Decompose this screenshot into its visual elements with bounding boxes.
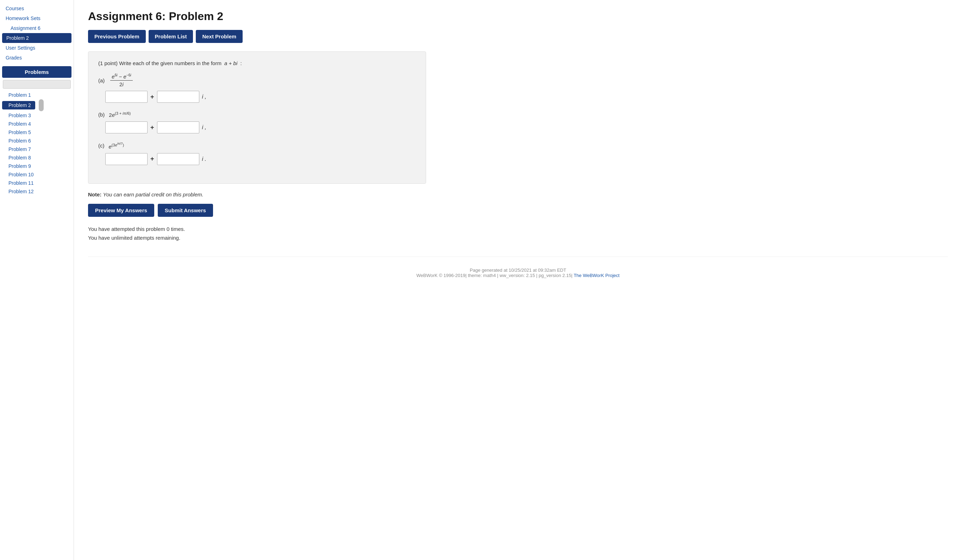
instruction-suffix: : <box>240 60 242 66</box>
part-b-math: 2e(3 + iπ/6) <box>109 111 131 118</box>
part-b-plus: + <box>150 124 154 131</box>
sidebar-user-settings-link[interactable]: User Settings <box>0 43 74 53</box>
part-a-label: (a) e6i − e−6i 2i <box>98 73 416 87</box>
sidebar-problem-7[interactable]: Problem 7 <box>0 145 74 153</box>
footer-line2: WeBWorK © 1996-2019| theme: math4 | ww_v… <box>88 273 948 278</box>
sidebar-problem-8[interactable]: Problem 8 <box>0 153 74 162</box>
problem-part-a: (a) e6i − e−6i 2i + i , <box>98 73 416 103</box>
sidebar-problem-1[interactable]: Problem 1 <box>0 91 37 99</box>
sidebar: Courses Homework Sets Assignment 6 Probl… <box>0 0 74 560</box>
note-italic: You can earn partial credit on this prob… <box>103 191 203 198</box>
sidebar-problem-4[interactable]: Problem 4 <box>0 120 74 128</box>
part-b-label: (b) 2e(3 + iπ/6) <box>98 111 416 118</box>
part-b-answer-row: + i , <box>105 121 416 134</box>
attempts-text: You have attempted this problem 0 times.… <box>88 225 948 243</box>
page-title: Assignment 6: Problem 2 <box>88 10 948 23</box>
part-c-answer-row: + i . <box>105 153 416 165</box>
nav-buttons: Previous Problem Problem List Next Probl… <box>88 30 948 43</box>
part-a-input-imag[interactable] <box>157 91 199 103</box>
sidebar-problem-6[interactable]: Problem 6 <box>0 137 74 145</box>
part-a-plus: + <box>150 93 154 101</box>
main-content: Assignment 6: Problem 2 Previous Problem… <box>74 0 962 560</box>
part-c-plus: + <box>150 155 154 163</box>
attempts-line2: You have unlimited attempts remaining. <box>88 233 948 243</box>
problems-section-header: Problems <box>2 66 71 78</box>
part-b-i: i , <box>202 124 207 130</box>
problem-instruction: (1 point) Write each of the given number… <box>98 60 416 66</box>
sidebar-assignment6-link[interactable]: Assignment 6 <box>0 23 74 33</box>
sidebar-problem-5[interactable]: Problem 5 <box>0 128 74 137</box>
submit-answers-button[interactable]: Submit Answers <box>158 204 213 217</box>
sidebar-problem-11[interactable]: Problem 11 <box>0 179 74 187</box>
instruction-form: a + bi <box>224 60 239 66</box>
sidebar-problem-9[interactable]: Problem 9 <box>0 162 74 171</box>
note-bold: Note: <box>88 191 102 198</box>
sidebar-problem-10[interactable]: Problem 10 <box>0 171 74 179</box>
problem-filter-input[interactable] <box>3 80 71 89</box>
footer: Page generated at 10/25/2021 at 09:32am … <box>88 257 948 282</box>
part-c-input-real[interactable] <box>105 153 147 165</box>
previous-problem-button[interactable]: Previous Problem <box>88 30 146 43</box>
problem-list-button[interactable]: Problem List <box>148 30 193 43</box>
preview-answers-button[interactable]: Preview My Answers <box>88 204 154 217</box>
action-buttons: Preview My Answers Submit Answers <box>88 204 948 217</box>
part-c-math: e(3eiπ/7) <box>109 142 124 150</box>
sidebar-grades-link[interactable]: Grades <box>0 53 74 63</box>
part-b-input-real[interactable] <box>105 121 147 134</box>
part-c-i: i . <box>202 156 207 162</box>
part-a-i: i , <box>202 93 207 100</box>
part-a-input-real[interactable] <box>105 91 147 103</box>
part-a-answer-row: + i , <box>105 91 416 103</box>
scrollbar-thumb <box>39 99 44 111</box>
sidebar-homework-sets-link[interactable]: Homework Sets <box>0 13 74 23</box>
sidebar-problem-3[interactable]: Problem 3 <box>0 111 74 120</box>
note-text: Note: You can earn partial credit on thi… <box>88 191 426 198</box>
sidebar-problem-2[interactable]: Problem 2 <box>2 101 35 109</box>
footer-pre: WeBWorK © 1996-2019| theme: math4 | ww_v… <box>416 273 573 278</box>
next-problem-button[interactable]: Next Problem <box>196 30 243 43</box>
part-a-math: e6i − e−6i 2i <box>109 73 134 87</box>
part-c-label: (c) e(3eiπ/7) <box>98 142 416 150</box>
part-b-input-imag[interactable] <box>157 121 199 134</box>
problem-part-c: (c) e(3eiπ/7) + i . <box>98 142 416 165</box>
sidebar-problem2-link[interactable]: Problem 2 <box>2 33 71 43</box>
attempts-line1: You have attempted this problem 0 times. <box>88 225 948 234</box>
problem-list: Problem 1 Problem 2 Problem 3 Problem 4 … <box>0 91 74 196</box>
problem-box: (1 point) Write each of the given number… <box>88 51 426 184</box>
problem-part-b: (b) 2e(3 + iπ/6) + i , <box>98 111 416 134</box>
instruction-prefix: (1 point) Write each of the given number… <box>98 60 221 66</box>
footer-webwork-link[interactable]: The WeBWorK Project <box>574 273 620 278</box>
sidebar-courses-link[interactable]: Courses <box>0 3 74 13</box>
part-c-input-imag[interactable] <box>157 153 199 165</box>
footer-line1: Page generated at 10/25/2021 at 09:32am … <box>88 267 948 273</box>
sidebar-problem-12[interactable]: Problem 12 <box>0 187 74 196</box>
